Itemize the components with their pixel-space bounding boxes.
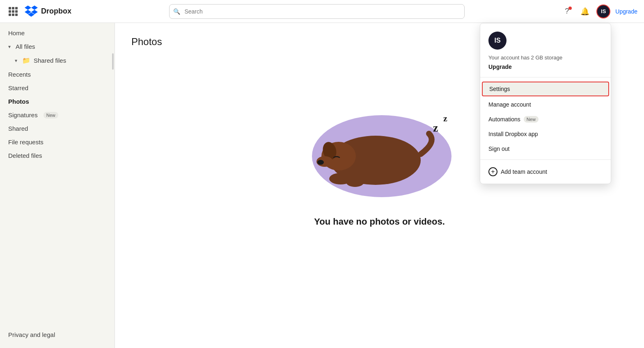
topnav-right: ? 🔔 IS Upgrade — [560, 5, 637, 18]
dropdown-item-automations[interactable]: Automations New — [480, 112, 611, 127]
upgrade-button[interactable]: Upgrade — [615, 8, 637, 15]
dropdown-item-label: Automations — [488, 116, 520, 123]
bell-icon: 🔔 — [580, 7, 589, 16]
topnav-left: Dropbox — [7, 5, 121, 18]
sidebar-nav: Home ▾ All files ▾ 📁 Shared files Recent… — [0, 26, 115, 162]
notifications-button[interactable]: 🔔 — [578, 5, 591, 18]
sleeping-dog-illustration: z z — [302, 80, 458, 203]
dropdown-item-add-team[interactable]: + Add team account — [488, 165, 603, 179]
dropdown-item-label: Settings — [489, 86, 510, 92]
topnav: Dropbox 🔍 ? 🔔 IS Upgrade — [0, 0, 644, 23]
account-dropdown: IS Your account has 2 GB storage Upgrade… — [480, 23, 611, 184]
dropdown-item-settings[interactable]: Settings — [482, 82, 609, 96]
dropdown-footer: + Add team account — [480, 160, 611, 180]
sidebar-item-file-requests[interactable]: File requests — [0, 135, 115, 149]
chevron-down-icon: ▾ — [8, 44, 11, 50]
new-badge: New — [524, 116, 539, 123]
sidebar-item-shared[interactable]: Shared — [0, 122, 115, 135]
sidebar-item-label: Shared — [8, 125, 28, 132]
sidebar-item-label: All files — [16, 43, 35, 50]
sidebar-item-label: Signatures — [8, 111, 38, 118]
dropdown-item-label: Manage account — [488, 101, 531, 108]
sidebar-bottom: Privacy and legal — [0, 325, 115, 345]
svg-point-5 — [317, 160, 324, 165]
storage-text: Your account has 2 GB storage — [488, 55, 603, 61]
notification-dot — [568, 7, 572, 10]
dropdown-avatar: IS — [488, 32, 506, 50]
sidebar-group-shared: ▾ 📁 Shared files — [0, 53, 115, 68]
search-input[interactable] — [169, 4, 465, 19]
svg-text:z: z — [433, 121, 438, 134]
logo-area[interactable]: Dropbox — [25, 5, 71, 18]
chevron-down-icon: ▾ — [15, 58, 17, 64]
svg-point-7 — [346, 177, 364, 187]
sidebar: Home ▾ All files ▾ 📁 Shared files Recent… — [0, 23, 115, 348]
sidebar-item-label: Starred — [8, 84, 28, 91]
dropdown-item-install-app[interactable]: Install Dropbox app — [480, 127, 611, 141]
sidebar-item-all-files[interactable]: ▾ All files — [0, 40, 115, 53]
dropdown-upgrade-button[interactable]: Upgrade — [488, 64, 512, 70]
folder-icon: 📁 — [22, 57, 30, 64]
empty-state-message: You have no photos or videos. — [314, 216, 445, 227]
grid-icon — [9, 7, 18, 16]
sidebar-item-photos[interactable]: Photos — [0, 95, 115, 108]
sidebar-item-label: Recents — [8, 71, 31, 78]
logo-text: Dropbox — [41, 7, 71, 16]
search-icon: 🔍 — [173, 8, 180, 15]
account-avatar-button[interactable]: IS — [596, 5, 610, 18]
dropdown-footer-label: Add team account — [501, 168, 547, 175]
new-badge: New — [44, 112, 58, 118]
dropdown-header: IS Your account has 2 GB storage Upgrade — [480, 23, 611, 77]
plus-circle-icon: + — [488, 167, 497, 176]
sidebar-item-recents[interactable]: Recents — [0, 68, 115, 81]
sidebar-item-starred[interactable]: Starred — [0, 81, 115, 95]
dropdown-item-manage-account[interactable]: Manage account — [480, 97, 611, 112]
sidebar-item-privacy[interactable]: Privacy and legal — [0, 328, 115, 341]
grid-menu-button[interactable] — [7, 5, 20, 18]
sidebar-item-deleted-files[interactable]: Deleted files — [0, 149, 115, 162]
sidebar-item-home[interactable]: Home — [0, 26, 115, 40]
sidebar-item-label: Deleted files — [8, 152, 42, 159]
sidebar-item-label: Photos — [8, 98, 29, 105]
sidebar-scrollbar[interactable] — [112, 53, 114, 70]
help-button[interactable]: ? — [560, 5, 573, 18]
dropbox-logo-icon — [25, 5, 38, 18]
sidebar-item-label: Shared files — [34, 57, 66, 64]
sidebar-item-label: Privacy and legal — [8, 331, 55, 338]
search-bar: 🔍 — [169, 4, 465, 19]
dropdown-item-label: Install Dropbox app — [488, 131, 538, 137]
sidebar-item-signatures[interactable]: Signatures New — [0, 108, 115, 122]
dropdown-item-sign-out[interactable]: Sign out — [480, 141, 611, 156]
sidebar-item-label: Home — [8, 30, 25, 36]
svg-text:z: z — [443, 113, 447, 123]
sidebar-item-label: File requests — [8, 139, 44, 146]
sidebar-item-shared-files[interactable]: ▾ 📁 Shared files — [0, 53, 115, 68]
dropdown-item-label: Sign out — [488, 146, 509, 152]
dropdown-section-main: Settings Manage account Automations New … — [480, 77, 611, 160]
